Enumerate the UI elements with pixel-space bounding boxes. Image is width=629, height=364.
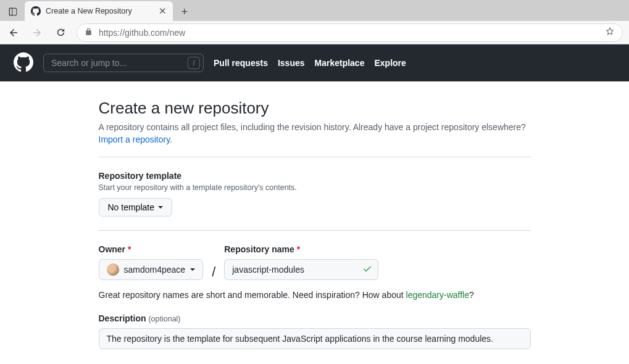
caret-down-icon [158,206,163,209]
template-select[interactable]: No template [99,198,172,217]
github-logo[interactable] [14,52,33,74]
hint-suffix: ? [469,290,474,300]
owner-label: Owner * [99,244,204,254]
required-mark: * [297,244,300,254]
repo-name-label: Repository name * [224,244,378,254]
browser-chrome: Create a New Repository ✕ + https://gith… [0,0,629,44]
page-title: Create a new repository [99,99,531,118]
arrow-left-icon [8,27,19,38]
svg-rect-0 [9,8,16,15]
lock-icon [85,28,93,38]
name-suggestion-link[interactable]: legendary-waffle [406,290,469,300]
main-content: Create a new repository A repository con… [99,81,531,349]
header-nav: Pull requests Issues Marketplace Explore [214,58,406,68]
star-icon [605,27,615,36]
description-label: Description [99,313,146,323]
check-icon [362,264,372,276]
nav-pull-requests[interactable]: Pull requests [214,58,268,68]
nav-issues[interactable]: Issues [278,58,305,68]
tab-title: Create a New Repository [46,7,132,15]
nav-marketplace[interactable]: Marketplace [315,58,365,68]
new-tab-button[interactable]: + [175,2,194,21]
slash-key-hint: / [188,57,200,69]
favorite-button[interactable] [605,27,615,38]
browser-tab[interactable]: Create a New Repository ✕ [25,1,173,21]
address-bar: https://github.com/new [0,21,629,44]
header-search: / [43,54,204,72]
github-mark-icon [14,52,33,72]
description-input[interactable] [99,328,531,349]
divider [99,230,531,231]
required-mark: * [128,244,131,254]
owner-repo-row: Owner * samdom4peace / Repository name * [99,244,531,283]
description-optional: (optional) [148,315,180,323]
github-header: / Pull requests Issues Marketplace Explo… [0,44,629,81]
page-subtitle: A repository contains all project files,… [99,122,531,146]
template-hint: Start your repository with a template re… [99,183,531,192]
refresh-icon [56,27,66,38]
owner-select[interactable]: samdom4peace [99,259,204,280]
template-select-value: No template [108,202,154,212]
url-text: https://github.com/new [99,28,185,38]
hint-prefix: Great repository names are short and mem… [99,290,406,300]
tab-actions-button[interactable] [4,2,22,21]
svg-rect-1 [9,8,12,15]
github-favicon-icon [31,6,41,16]
repo-name-label-text: Repository name [224,244,294,254]
owner-label-text: Owner [99,244,126,254]
tab-strip: Create a New Repository ✕ + [0,0,629,21]
back-button[interactable] [6,25,21,40]
close-tab-button[interactable]: ✕ [159,6,167,17]
name-hint: Great repository names are short and mem… [99,290,531,300]
repo-name-input[interactable] [224,259,378,280]
tabs-icon [9,7,17,16]
avatar [107,263,119,276]
divider [99,157,531,157]
slash-separator: / [212,262,215,283]
owner-value: samdom4peace [124,265,186,275]
url-field[interactable]: https://github.com/new [77,23,623,42]
template-label: Repository template [99,171,531,181]
search-input[interactable] [43,54,204,72]
template-section: Repository template Start your repositor… [99,171,531,217]
refresh-button[interactable] [53,25,68,40]
arrow-right-icon [31,27,43,38]
description-field: Description (optional) [99,313,531,349]
owner-field: Owner * samdom4peace [99,244,204,280]
description-label-row: Description (optional) [99,313,531,323]
subtitle-text: A repository contains all project files,… [99,122,526,132]
import-repository-link[interactable]: Import a repository. [99,134,173,144]
forward-button[interactable] [30,25,44,40]
nav-explore[interactable]: Explore [374,58,406,68]
repo-name-field: Repository name * [224,244,378,280]
caret-down-icon [190,268,195,271]
